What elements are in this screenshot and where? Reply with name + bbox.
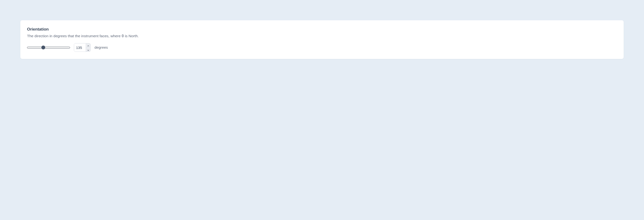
orientation-unit-label: degrees (94, 45, 108, 50)
slider-track (27, 47, 70, 48)
orientation-input[interactable] (74, 43, 86, 52)
orientation-card: Orientation The direction in degrees tha… (20, 20, 624, 59)
chevron-down-icon (87, 48, 89, 52)
stepper-up-button[interactable] (86, 43, 90, 48)
orientation-title: Orientation (27, 27, 617, 32)
orientation-number-field (74, 43, 91, 52)
stepper-down-button[interactable] (86, 48, 90, 52)
orientation-description: The direction in degrees that the instru… (27, 33, 617, 39)
orientation-slider[interactable] (27, 45, 70, 50)
orientation-controls: degrees (27, 43, 617, 52)
description-zero-code: 0 (122, 34, 124, 38)
description-prefix: The direction in degrees that the instru… (27, 34, 122, 38)
description-suffix: is North. (124, 34, 139, 38)
orientation-stepper (86, 43, 90, 52)
chevron-up-icon (87, 44, 89, 47)
slider-thumb[interactable] (41, 46, 45, 49)
